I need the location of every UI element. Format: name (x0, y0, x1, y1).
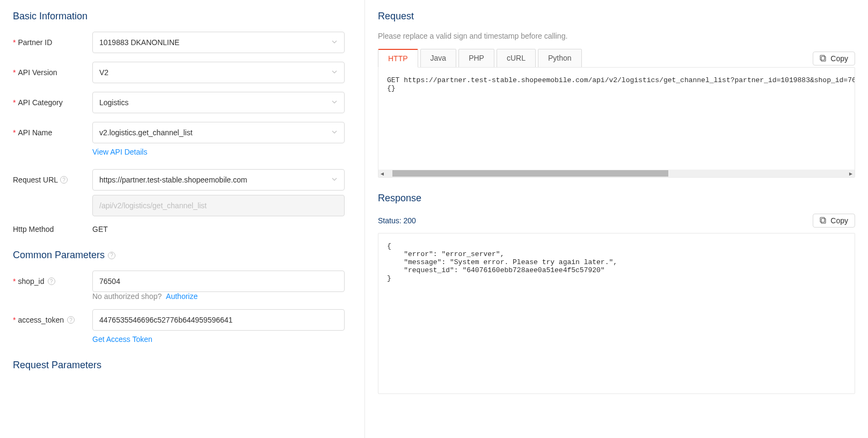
request-params-title: Request Parameters (13, 360, 352, 371)
response-status-row: Status: 200 Copy (378, 214, 855, 228)
access-token-label: *access_token ? (13, 316, 92, 324)
api-category-select[interactable]: Logistics (92, 92, 345, 113)
request-subtitle: Please replace a valid sign and timestam… (378, 32, 855, 40)
partner-id-row: *Partner ID 1019883 DKANONLINE (13, 32, 352, 53)
response-code-box[interactable]: { "error": "error_server", "message": "S… (378, 233, 855, 394)
request-tabs-row: HTTP Java PHP cURL Python Copy (378, 49, 855, 68)
access-token-row: *access_token ? (13, 309, 352, 331)
api-version-value: V2 (99, 68, 108, 77)
chevron-down-icon (331, 176, 338, 184)
svg-rect-3 (820, 217, 825, 222)
help-icon[interactable]: ? (48, 278, 55, 285)
response-status: Status: 200 (378, 216, 416, 225)
request-url-row: Request URL ? https://partner.test-stabl… (13, 169, 352, 191)
shop-id-field[interactable] (99, 277, 338, 286)
api-category-value: Logistics (99, 98, 128, 107)
shop-auth-hint: No authorized shop? Authorize (92, 292, 352, 301)
partner-id-select[interactable]: 1019883 DKANONLINE (92, 32, 345, 53)
response-title: Response (378, 193, 855, 204)
copy-request-button[interactable]: Copy (813, 52, 855, 65)
request-url-select[interactable]: https://partner.test-stable.shopeemobile… (92, 169, 345, 191)
request-path-row: /api/v2/logistics/get_channel_list (13, 195, 352, 216)
tab-java[interactable]: Java (420, 49, 457, 68)
request-code-content[interactable]: GET https://partner.test-stable.shopeemo… (378, 68, 855, 170)
copy-request-label: Copy (830, 54, 848, 63)
chevron-down-icon (331, 38, 338, 47)
request-tabs: HTTP Java PHP cURL Python (378, 49, 584, 68)
copy-icon (820, 55, 827, 62)
api-name-label: *API Name (13, 128, 92, 137)
http-method-label: Http Method (13, 225, 92, 233)
scroll-left-icon[interactable]: ◄ (378, 171, 386, 177)
access-token-field[interactable] (99, 316, 338, 324)
copy-response-label: Copy (830, 216, 848, 225)
api-version-row: *API Version V2 (13, 62, 352, 83)
help-icon[interactable]: ? (67, 316, 75, 324)
api-version-select[interactable]: V2 (92, 62, 345, 83)
api-category-label: *API Category (13, 98, 92, 107)
request-url-label: Request URL ? (13, 176, 92, 184)
tab-php[interactable]: PHP (458, 49, 494, 68)
copy-response-button[interactable]: Copy (813, 214, 855, 228)
help-icon[interactable]: ? (60, 176, 68, 184)
tab-curl[interactable]: cURL (497, 49, 536, 68)
api-category-row: *API Category Logistics (13, 92, 352, 113)
shop-id-label: *shop_id ? (13, 277, 92, 286)
partner-id-label: *Partner ID (13, 38, 92, 47)
request-url-value: https://partner.test-stable.shopeemobile… (99, 176, 247, 184)
shop-id-input[interactable] (92, 271, 345, 292)
scroll-thumb[interactable] (392, 170, 668, 177)
svg-rect-2 (821, 218, 826, 223)
api-name-select[interactable]: v2.logistics.get_channel_list (92, 122, 345, 143)
chevron-down-icon (331, 128, 338, 137)
common-params-title: Common Parameters ? (13, 250, 352, 261)
request-scroll[interactable]: ◄ ► (378, 170, 855, 177)
basic-info-title: Basic Information (13, 11, 352, 22)
tab-python[interactable]: Python (538, 49, 582, 68)
get-access-token-link[interactable]: Get Access Token (92, 335, 152, 344)
api-name-row: *API Name v2.logistics.get_channel_list (13, 122, 352, 143)
authorize-link[interactable]: Authorize (166, 292, 198, 301)
scroll-right-icon[interactable]: ► (847, 171, 855, 177)
request-path-input: /api/v2/logistics/get_channel_list (92, 195, 345, 216)
svg-rect-1 (820, 55, 825, 60)
right-panel: Request Please replace a valid sign and … (365, 0, 868, 438)
request-code-box: GET https://partner.test-stable.shopeemo… (378, 67, 855, 178)
help-icon[interactable]: ? (108, 252, 115, 259)
http-method-value: GET (92, 225, 108, 233)
view-api-details-link[interactable]: View API Details (92, 148, 147, 156)
copy-icon (820, 217, 827, 224)
http-method-row: Http Method GET (13, 225, 352, 233)
tab-http[interactable]: HTTP (378, 49, 418, 68)
chevron-down-icon (331, 98, 338, 107)
request-title: Request (378, 11, 855, 22)
svg-rect-0 (821, 56, 826, 61)
partner-id-value: 1019883 DKANONLINE (99, 38, 179, 47)
access-token-input[interactable] (92, 309, 345, 331)
chevron-down-icon (331, 68, 338, 77)
shop-id-row: *shop_id ? (13, 271, 352, 292)
request-path-value: /api/v2/logistics/get_channel_list (99, 201, 207, 210)
api-version-label: *API Version (13, 68, 92, 77)
left-panel: Basic Information *Partner ID 1019883 DK… (0, 0, 365, 438)
api-name-value: v2.logistics.get_channel_list (99, 128, 193, 137)
